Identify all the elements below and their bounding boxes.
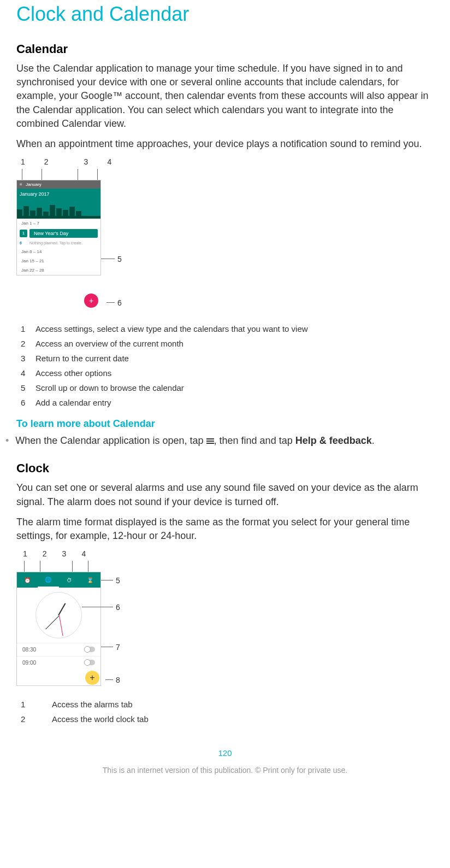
calendar-week-1: Jan 1 – 7 xyxy=(17,219,100,228)
calendar-diagram: 1 2 3 4 ≡ January January 2017 xyxy=(16,157,434,310)
analog-clock-face xyxy=(35,592,82,638)
clock-para-1: You can set one or several alarms and us… xyxy=(16,481,434,508)
calendar-week-2: Jan 8 – 14 xyxy=(17,247,100,256)
legend-row: 2 Access an overview of the current mont… xyxy=(16,336,434,351)
calendar-event: New Year's Day xyxy=(29,229,98,238)
clock-heading: Clock xyxy=(16,461,434,476)
calendar-phone-mock: ≡ January January 2017 Jan 1 – 7 xyxy=(16,180,101,275)
calendar-para-2: When an appointment time approaches, you… xyxy=(16,137,434,151)
legend-row: 4 Access other options xyxy=(16,366,434,380)
phone-header-bar: ≡ January xyxy=(17,180,100,189)
calendar-heading: Calendar xyxy=(16,42,434,56)
callout-5: 5 xyxy=(117,255,122,263)
hamburger-icon xyxy=(206,437,214,445)
clock-diagram: 1 2 3 4 ⏰ 🌐 ⏱ ⌛ 08:30 09:00 + xyxy=(16,549,126,686)
callout-2: 2 xyxy=(44,157,49,166)
clock-callout-1: 1 xyxy=(23,549,27,558)
legend-row: 6 Add a calendar entry xyxy=(16,395,434,410)
clock-para-2: The alarm time format displayed is the s… xyxy=(16,515,434,543)
clock-callout-8: 8 xyxy=(116,676,120,684)
clock-callout-4: 4 xyxy=(81,549,86,558)
alarm-tab-icon: ⏰ xyxy=(17,572,38,588)
callout-6: 6 xyxy=(117,298,122,307)
clock-callout-7: 7 xyxy=(116,643,120,652)
clock-callout-3: 3 xyxy=(62,549,67,558)
clock-callout-5: 5 xyxy=(116,576,120,585)
alarm-toggle xyxy=(84,647,95,652)
callout-1: 1 xyxy=(21,157,25,166)
learn-more-bullet: • When the Calendar application is open,… xyxy=(5,434,434,448)
callout-4: 4 xyxy=(107,157,111,166)
legend-row: 3 Return to the current date xyxy=(16,351,434,366)
calendar-para-1: Use the Calendar application to manage y… xyxy=(16,62,434,131)
clock-callout-6: 6 xyxy=(116,603,120,612)
alarm-row: 09:00 xyxy=(17,656,100,669)
callout-3: 3 xyxy=(84,157,88,166)
page-number: 120 xyxy=(16,748,434,758)
timer-tab-icon: ⌛ xyxy=(80,572,100,588)
legend-row: 5 Scroll up or down to browse the calend… xyxy=(16,380,434,395)
calendar-week-3: Jan 15 – 21 xyxy=(17,256,100,266)
learn-more-title: To learn more about Calendar xyxy=(16,418,434,430)
add-entry-fab: + xyxy=(84,294,98,308)
alarm-toggle xyxy=(84,660,95,665)
world-clock-tab-icon: 🌐 xyxy=(38,572,58,588)
calendar-week-4: Jan 22 – 28 xyxy=(17,266,100,275)
clock-legend: 1 Access the alarms tab 2 Access the wor… xyxy=(16,697,434,726)
stopwatch-tab-icon: ⏱ xyxy=(59,572,80,588)
add-alarm-fab: + xyxy=(85,671,99,685)
alarm-row: 08:30 xyxy=(17,643,100,656)
month-banner: January 2017 xyxy=(20,191,50,197)
clock-phone-mock: ⏰ 🌐 ⏱ ⌛ 08:30 09:00 xyxy=(16,572,101,686)
calendar-legend: 1 Access settings, select a view type an… xyxy=(16,321,434,410)
footer-text: This is an internet version of this publ… xyxy=(16,766,434,775)
page-title: Clock and Calendar xyxy=(16,0,434,26)
legend-row: 2 Access the world clock tab xyxy=(16,712,434,726)
clock-callout-2: 2 xyxy=(43,549,47,558)
legend-row: 1 Access settings, select a view type an… xyxy=(16,321,434,336)
legend-row: 1 Access the alarms tab xyxy=(16,697,434,712)
